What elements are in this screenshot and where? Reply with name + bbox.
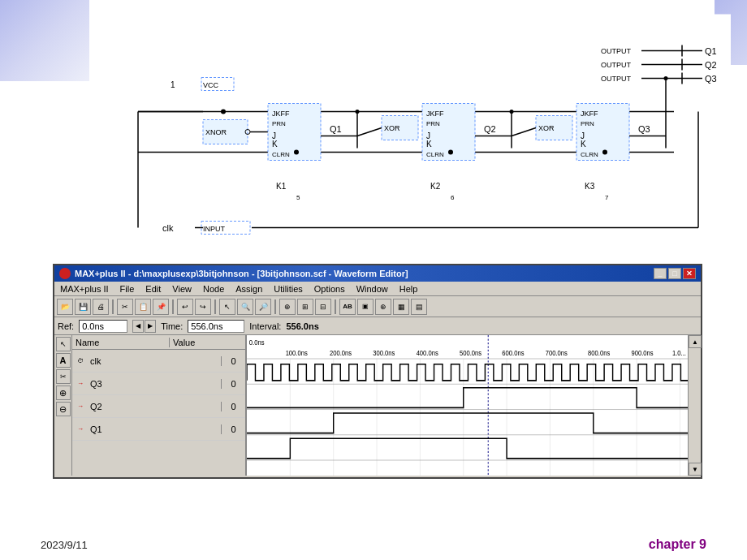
close-button[interactable]: ✕ xyxy=(683,268,696,279)
window-title: MAX+plus II - d:\maxplusexp\3bitjohnson … xyxy=(75,269,408,278)
svg-text:300.0ns: 300.0ns xyxy=(373,348,395,357)
toolbar-node[interactable]: ⊕ xyxy=(279,299,296,315)
toolbar-save[interactable]: 💾 xyxy=(75,299,91,315)
menu-node[interactable]: Node xyxy=(201,284,227,294)
toolbar-sep1 xyxy=(112,299,114,314)
svg-text:CLRN: CLRN xyxy=(272,151,290,158)
menu-utilities[interactable]: Utilities xyxy=(271,284,304,294)
svg-text:K: K xyxy=(581,140,586,149)
toolbar-grid[interactable]: ⊞ xyxy=(297,299,313,315)
toolbar-cd[interactable]: ▣ xyxy=(357,299,374,315)
signal-rows: ⏱ clk 0 → Q3 0 → Q2 0 → xyxy=(72,350,245,476)
svg-text:INPUT: INPUT xyxy=(203,225,226,233)
window-controls[interactable]: _ □ ✕ xyxy=(654,268,696,279)
window-titlebar: MAX+plus II - d:\maxplusexp\3bitjohnson … xyxy=(54,265,701,282)
svg-point-79 xyxy=(294,150,299,155)
maximize-button[interactable]: □ xyxy=(668,268,681,279)
tool-zoom-in[interactable]: ⊕ xyxy=(56,386,71,400)
svg-text:Q3: Q3 xyxy=(705,74,717,84)
scroll-up[interactable]: ▲ xyxy=(689,335,702,348)
svg-text:7: 7 xyxy=(605,194,609,201)
time-label: Time: xyxy=(161,321,183,331)
menubar: MAX+plus II File Edit View Node Assign U… xyxy=(54,282,701,296)
svg-text:100.0ns: 100.0ns xyxy=(286,348,308,357)
toolbar-sep5 xyxy=(335,299,336,314)
toolbar-print[interactable]: 🖨 xyxy=(93,299,109,315)
svg-text:Q2: Q2 xyxy=(484,124,496,134)
toolbar-pointer[interactable]: ↖ xyxy=(219,299,235,315)
waveform-display: 0.0ns 100.0ns 200.0ns 300.0ns 400.0ns 50… xyxy=(247,335,688,476)
step-fwd[interactable]: ▶ xyxy=(145,320,156,333)
svg-text:XOR: XOR xyxy=(384,124,400,132)
q2-icon: → xyxy=(72,403,89,410)
svg-text:0.0ns: 0.0ns xyxy=(249,338,265,347)
menu-help[interactable]: Help xyxy=(397,284,421,294)
signal-row-q2: → Q2 0 xyxy=(72,395,245,418)
toolbar-undo[interactable]: ↩ xyxy=(177,299,193,315)
svg-text:PRN: PRN xyxy=(426,120,440,127)
svg-text:CLRN: CLRN xyxy=(581,151,598,158)
signal-row-clk: ⏱ clk 0 xyxy=(72,350,245,373)
waveform-sidebar: Name Value ⏱ clk 0 → Q3 0 → xyxy=(72,335,247,476)
svg-text:OUTPUT: OUTPUT xyxy=(601,75,632,83)
svg-text:clk: clk xyxy=(162,223,174,233)
menu-options[interactable]: Options xyxy=(312,284,348,294)
svg-point-74 xyxy=(664,76,668,80)
toolbar-paste[interactable]: 📌 xyxy=(153,299,169,315)
step-back[interactable]: ◀ xyxy=(132,320,144,333)
toolbar-ab[interactable]: AB xyxy=(339,299,356,315)
q3-name: Q3 xyxy=(89,379,221,389)
q2-name: Q2 xyxy=(89,402,221,411)
tool-scissors[interactable]: ✂ xyxy=(56,369,71,384)
menu-maxplusii[interactable]: MAX+plus II xyxy=(58,284,111,294)
toolbar-redo[interactable]: ↪ xyxy=(195,299,211,315)
interval-value: 556.0ns xyxy=(286,321,318,331)
time-input[interactable] xyxy=(188,320,244,333)
q3-icon: → xyxy=(72,380,89,387)
svg-text:1: 1 xyxy=(171,80,175,89)
tool-cursor[interactable]: ↖ xyxy=(56,337,71,351)
menu-assign[interactable]: Assign xyxy=(233,284,265,294)
svg-text:600.0ns: 600.0ns xyxy=(502,348,524,357)
tool-text[interactable]: A xyxy=(56,353,71,368)
svg-point-80 xyxy=(448,150,453,155)
svg-text:K1: K1 xyxy=(276,182,287,191)
svg-text:6: 6 xyxy=(451,194,455,201)
toolbar-zoom-in[interactable]: 🔍 xyxy=(237,299,253,315)
interval-label: Interval: xyxy=(249,321,281,331)
toolbar-cut[interactable]: ✂ xyxy=(117,299,133,315)
toolbar-snap[interactable]: ⊟ xyxy=(315,299,331,315)
svg-text:JKFF: JKFF xyxy=(272,110,290,118)
svg-text:900.0ns: 900.0ns xyxy=(631,348,653,357)
sidebar-header: Name Value xyxy=(72,335,245,350)
svg-point-70 xyxy=(510,110,514,114)
ref-label: Ref: xyxy=(58,321,74,331)
toolbar-extra1[interactable]: ▦ xyxy=(393,299,409,315)
waveform-scrollbar[interactable]: ▲ ▼ xyxy=(688,335,701,476)
svg-text:Q2: Q2 xyxy=(705,60,717,70)
scroll-down[interactable]: ▼ xyxy=(689,463,702,476)
toolbar-extra2[interactable]: ▤ xyxy=(411,299,427,315)
menu-view[interactable]: View xyxy=(170,284,194,294)
clk-icon: ⏱ xyxy=(72,357,89,364)
svg-text:K: K xyxy=(426,140,432,149)
svg-text:5: 5 xyxy=(296,194,300,201)
menu-window[interactable]: Window xyxy=(354,284,391,294)
minimize-button[interactable]: _ xyxy=(654,268,667,279)
toolbar-open[interactable]: 📂 xyxy=(57,299,73,315)
toolbar-copy[interactable]: 📋 xyxy=(135,299,151,315)
menu-file[interactable]: File xyxy=(118,284,137,294)
svg-text:OUTPUT: OUTPUT xyxy=(601,61,632,69)
ref-input[interactable] xyxy=(79,320,127,333)
svg-text:OUTPUT: OUTPUT xyxy=(601,47,632,55)
toolbar-magnify[interactable]: ⊕ xyxy=(375,299,391,315)
scroll-track[interactable] xyxy=(689,348,701,463)
svg-text:JKFF: JKFF xyxy=(581,110,598,118)
menu-edit[interactable]: Edit xyxy=(143,284,163,294)
signal-row-q3: → Q3 0 xyxy=(72,373,245,395)
toolbar-zoom-out[interactable]: 🔎 xyxy=(255,299,271,315)
svg-point-81 xyxy=(602,150,607,155)
waveform-tools: ↖ A ✂ ⊕ ⊖ xyxy=(54,335,72,476)
tool-zoom-out[interactable]: ⊖ xyxy=(56,402,71,416)
toolbar: 📂 💾 🖨 ✂ 📋 📌 ↩ ↪ ↖ 🔍 🔎 ⊕ ⊞ ⊟ AB ▣ ⊕ ▦ ▤ xyxy=(54,296,701,317)
